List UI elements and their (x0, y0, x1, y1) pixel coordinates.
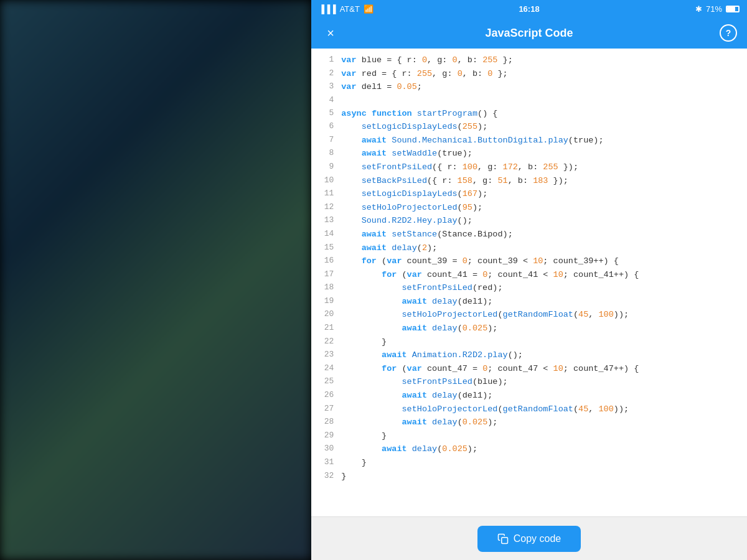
line-number: 27 (311, 403, 341, 416)
table-row: 25 setFrontPsiLed(blue); (311, 375, 747, 389)
help-button[interactable]: ? (720, 24, 737, 42)
line-content: for (var count_47 = 0; count_47 < 10; co… (341, 362, 747, 376)
line-number: 32 (311, 470, 341, 483)
line-content (341, 94, 747, 107)
line-number: 10 (311, 174, 341, 188)
table-row: 32 } (311, 470, 747, 483)
line-content: setLogicDisplayLeds(255); (341, 120, 747, 134)
table-row: 18 setFrontPsiLed(red); (311, 281, 747, 295)
line-content: } (341, 335, 747, 349)
line-number: 21 (311, 322, 341, 335)
table-row: 16 for (var count_39 = 0; count_39 < 10;… (311, 254, 747, 268)
line-content: await delay(del1); (341, 295, 747, 309)
line-content: await Sound.Mechanical.ButtonDigital.pla… (341, 134, 747, 147)
line-number: 20 (311, 308, 341, 322)
line-number: 28 (311, 416, 341, 429)
line-content: } (341, 470, 747, 483)
table-row: 10 setBackPsiLed({ r: 158, g: 51, b: 183… (311, 174, 747, 188)
svg-rect-0 (502, 537, 508, 543)
line-number: 7 (311, 134, 341, 147)
line-content: var del1 = 0.05; (341, 80, 747, 94)
line-content: setHoloProjectorLed(getRandomFloat(45, 1… (341, 403, 747, 416)
line-number: 2 (311, 67, 341, 81)
table-row: 31 } (311, 456, 747, 470)
table-row: 22 } (311, 335, 747, 349)
line-content: for (var count_41 = 0; count_41 < 10; co… (341, 268, 747, 282)
status-bar-right: ✱ 71% (695, 4, 740, 14)
table-row: 11 setLogicDisplayLeds(167); (311, 187, 747, 201)
table-row: 21 await delay(0.025); (311, 322, 747, 335)
table-row: 3 var del1 = 0.05; (311, 80, 747, 94)
wifi-icon: 📶 (364, 4, 374, 14)
left-background-panel (0, 0, 311, 560)
code-editor[interactable]: 1 var blue = { r: 0, g: 0, b: 255 }; 2 v… (311, 49, 747, 516)
carrier-label: AT&T (340, 4, 360, 14)
bluetooth-icon: ✱ (695, 4, 702, 14)
copy-label: Copy code (514, 533, 561, 544)
line-content: async function startProgram() { (341, 107, 747, 121)
line-number: 5 (311, 107, 341, 121)
line-content: setLogicDisplayLeds(167); (341, 187, 747, 201)
battery-icon (726, 6, 740, 12)
line-number: 12 (311, 201, 341, 215)
line-content: await Animation.R2D2.play(); (341, 348, 747, 362)
line-content: await delay(0.025); (341, 322, 747, 335)
line-number: 29 (311, 429, 341, 443)
line-number: 14 (311, 228, 341, 241)
close-button[interactable]: × (321, 24, 340, 42)
line-number: 30 (311, 442, 341, 456)
line-number: 24 (311, 362, 341, 376)
line-content: await delay(0.025); (341, 416, 747, 429)
line-content: await delay(2); (341, 241, 747, 255)
table-row: 23 await Animation.R2D2.play(); (311, 348, 747, 362)
time-display: 16:18 (519, 4, 539, 14)
line-number: 17 (311, 268, 341, 282)
line-number: 6 (311, 120, 341, 134)
title-bar: × JavaScript Code ? (311, 17, 747, 49)
copy-code-button[interactable]: Copy code (477, 526, 581, 552)
line-content: Sound.R2D2.Hey.play(); (341, 214, 747, 228)
table-row: 17 for (var count_41 = 0; count_41 < 10;… (311, 268, 747, 282)
table-row: 9 setFrontPsiLed({ r: 100, g: 172, b: 25… (311, 161, 747, 174)
line-content: for (var count_39 = 0; count_39 < 10; co… (341, 254, 747, 268)
line-content: setFrontPsiLed(red); (341, 281, 747, 295)
line-number: 23 (311, 348, 341, 362)
line-content: setFrontPsiLed({ r: 100, g: 172, b: 255 … (341, 161, 747, 174)
line-content: var red = { r: 255, g: 0, b: 0 }; (341, 67, 747, 81)
line-number: 18 (311, 281, 341, 295)
status-bar-left: ▐▐▐ AT&T 📶 (319, 4, 374, 14)
line-number: 1 (311, 54, 341, 67)
line-number: 8 (311, 147, 341, 161)
table-row: 26 await delay(del1); (311, 389, 747, 403)
line-content: setHoloProjectorLed(getRandomFloat(45, 1… (341, 308, 747, 322)
table-row: 8 await setWaddle(true); (311, 147, 747, 161)
bottom-bar: Copy code (311, 516, 747, 560)
line-content: await setWaddle(true); (341, 147, 747, 161)
line-content: setBackPsiLed({ r: 158, g: 51, b: 183 })… (341, 174, 747, 188)
line-content: setFrontPsiLed(blue); (341, 375, 747, 389)
line-content: var blue = { r: 0, g: 0, b: 255 }; (341, 54, 747, 67)
table-row: 19 await delay(del1); (311, 295, 747, 309)
table-row: 1 var blue = { r: 0, g: 0, b: 255 }; (311, 54, 747, 67)
table-row: 20 setHoloProjectorLed(getRandomFloat(45… (311, 308, 747, 322)
line-number: 31 (311, 456, 341, 470)
code-panel: ▐▐▐ AT&T 📶 16:18 ✱ 71% × JavaScript Code… (311, 0, 747, 560)
line-content: } (341, 429, 747, 443)
line-number: 19 (311, 295, 341, 309)
line-content: await delay(0.025); (341, 442, 747, 456)
table-row: 29 } (311, 429, 747, 443)
line-number: 11 (311, 187, 341, 201)
table-row: 5 async function startProgram() { (311, 107, 747, 121)
table-row: 30 await delay(0.025); (311, 442, 747, 456)
table-row: 2 var red = { r: 255, g: 0, b: 0 }; (311, 67, 747, 81)
line-number: 9 (311, 161, 341, 174)
signal-icon: ▐▐▐ (319, 4, 336, 14)
line-content: } (341, 456, 747, 470)
line-number: 3 (311, 80, 341, 94)
line-content: await setStance(Stance.Bipod); (341, 228, 747, 241)
table-row: 14 await setStance(Stance.Bipod); (311, 228, 747, 241)
battery-label: 71% (706, 4, 722, 14)
table-row: 28 await delay(0.025); (311, 416, 747, 429)
line-number: 13 (311, 214, 341, 228)
table-row: 7 await Sound.Mechanical.ButtonDigital.p… (311, 134, 747, 147)
